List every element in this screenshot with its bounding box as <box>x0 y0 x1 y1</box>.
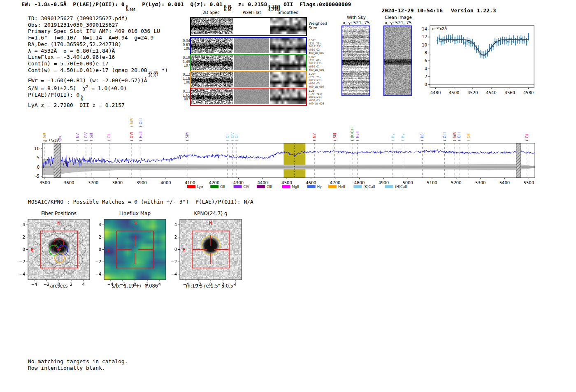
left-label-line: 0.11 <box>172 90 190 94</box>
text-segment: ID: 3090125627 (3090125627.pdf) <box>28 15 128 21</box>
clean-image <box>384 26 411 95</box>
right-label-line: 20191231 <box>309 62 337 65</box>
svg-text:−2: −2 <box>95 260 101 264</box>
compass-east: E <box>31 247 34 253</box>
svg-text:4: 4 <box>234 282 237 287</box>
spec2d-row-left-labels: 0.191.49107 <box>172 56 190 68</box>
spec2d-row-left-labels: 0.111.65087 <box>172 90 190 102</box>
spec2d-smoothed-image <box>270 72 306 87</box>
svg-text:−2: −2 <box>120 282 126 287</box>
left-label-line: 1.65 <box>172 94 190 98</box>
text-segment: Primary Spec_Slot_IFU_AMP: 409_016_036_L… <box>28 28 160 34</box>
fiber-circle <box>53 265 65 276</box>
left-label-line: 0.34 <box>172 39 190 43</box>
compass-east: E <box>183 247 186 253</box>
left-label-line: 0.12 <box>172 73 190 77</box>
info-line: S/N = 8.9(±2.5) χ2 = 1.0(±0.0) <box>28 84 168 92</box>
cutout-overlay: NE−4−4−2−2002244 <box>16 209 98 290</box>
text-segment: RA,Dec (170.365952,52.242718) <box>28 41 121 47</box>
spectral-line-label: { SiII <box>333 133 337 141</box>
spec2d-raw-image <box>191 38 233 53</box>
spectral-line-label: } SiII <box>42 133 46 141</box>
svg-text:4300: 4300 <box>233 181 244 185</box>
svg-text:Lyα: Lyα <box>197 185 203 189</box>
svg-text:4580: 4580 <box>523 90 534 95</box>
text-segment: EW: -1.8±-0.5Å P(LAE)/P(OII): 0 <box>21 1 124 7</box>
spec2d-pixelflat-image <box>234 55 269 70</box>
spec2d-row-right-labels: 1.26"(521, 75)20191231v030_03409_LU_007 <box>309 72 337 88</box>
footer-text-2: Row intentionally blank. <box>28 365 105 371</box>
left-label-line: 1.49 <box>172 60 190 64</box>
svg-text:OII: OII <box>220 185 225 189</box>
stacked-value: 00 <box>81 96 83 102</box>
svg-text:−2: −2 <box>171 260 177 264</box>
svg-text:2: 2 <box>23 235 25 239</box>
full-spectrum-plot: 3500360037003800390040004100420043004400… <box>25 112 576 193</box>
svg-text:0: 0 <box>37 165 39 169</box>
right-label-line: 20191231 <box>309 45 337 48</box>
info-line: Primary Spec_Slot_IFU_AMP: 409_016_036_L… <box>28 28 168 35</box>
spectral-line-label: { Hβ <box>420 133 424 141</box>
svg-text:−4: −4 <box>95 272 101 276</box>
spec2d-raw-image <box>191 55 233 70</box>
svg-text:4500: 4500 <box>449 90 459 95</box>
text-segment: *) <box>158 67 168 73</box>
svg-text:0: 0 <box>134 282 136 287</box>
info-line: ID: 3090125627 (3090125627.pdf) <box>28 15 168 22</box>
spec2d-row-left-labels: 0.340.63106 <box>172 39 190 51</box>
left-label-line: 087 <box>172 97 190 102</box>
spec2d-raw-image <box>191 88 233 104</box>
spectral-line-label: { HeII <box>139 131 143 141</box>
right-label-line: Sum <box>309 26 337 30</box>
spectral-line-label: { HeII <box>355 131 360 141</box>
svg-text:6: 6 <box>425 58 427 63</box>
svg-text:−2: −2 <box>44 282 50 287</box>
svg-text:10: 10 <box>422 43 427 47</box>
svg-text:4540: 4540 <box>486 90 496 95</box>
inset-ylabel: e⁻¹⁷x2Å <box>432 26 447 31</box>
svg-text:4200: 4200 <box>209 181 219 185</box>
text-segment: OII Flags:0x00000009 <box>280 1 351 7</box>
spectral-line-label: { SiII <box>89 133 93 141</box>
right-label-line: v030_03 <box>309 82 337 85</box>
svg-text:4900: 4900 <box>379 181 389 185</box>
compass-north: N <box>133 220 137 226</box>
svg-text:2: 2 <box>146 282 149 287</box>
text-segment: Cont(w) = 4.50(±0.01)e-17 (gmag 20.08 <box>28 67 147 73</box>
spectral-line-label: } SiIV <box>453 132 457 141</box>
report-datetime: 2024-12-29 10:54:16 <box>381 7 443 14</box>
line-fit-inset-plot: 44804500452045404560458002468101214e⁻¹⁷x… <box>420 16 551 97</box>
right-label-line: 409_LU_007 <box>309 85 337 88</box>
fiber-circle <box>59 234 70 246</box>
spectral-line-label: { Hγ <box>401 133 405 141</box>
svg-text:Hγ: Hγ <box>317 185 322 189</box>
spectrum-legend: LyαOIICIVCIIIMgIIHγHeII(K)CaII(H)CaII <box>187 185 407 189</box>
svg-text:2: 2 <box>70 282 72 287</box>
left-label-line: 106 <box>172 47 190 51</box>
svg-text:4: 4 <box>174 223 177 227</box>
spec2d-row-right-labels: 0.92"(521, 67)20191231v030_01409_LU_006 <box>309 56 337 72</box>
svg-text:14: 14 <box>422 27 427 31</box>
text-segment: Cont(n) = 5.70(±0.00)e-17 <box>28 60 109 67</box>
spectral-line-label: { CIV <box>230 132 235 141</box>
spec2d-smoothed-image <box>270 38 306 53</box>
right-label-line: v030_02 <box>309 48 337 51</box>
info-line: λ = 4532Å σ = 6.80(±1.84)Å <box>28 48 168 54</box>
compass-north: N <box>209 220 212 226</box>
info-line: Obs: 20191231v030_3090125627 <box>28 22 168 28</box>
right-label-line: 0.57" <box>309 39 337 42</box>
spectral-line-label: { Hγ <box>391 133 395 141</box>
clean-image-subtitle: x, y: 521, 75 <box>373 20 423 26</box>
svg-text:8: 8 <box>425 51 427 55</box>
spec2d-pixelflat-image <box>234 38 269 53</box>
with-sky-image <box>342 26 369 95</box>
left-label-line: 107 <box>172 64 190 68</box>
spectral-line-label: { CII <box>107 134 111 141</box>
spec2d-smoothed-image <box>270 55 306 70</box>
right-label-line: v030_01 <box>309 65 337 68</box>
left-label-line: 0.19 <box>172 56 190 60</box>
fiber-circle <box>48 234 59 246</box>
svg-text:3800: 3800 <box>112 181 123 185</box>
spectral-line-label: { NV <box>76 133 80 141</box>
spectral-line-label: { SiIV <box>185 132 189 141</box>
